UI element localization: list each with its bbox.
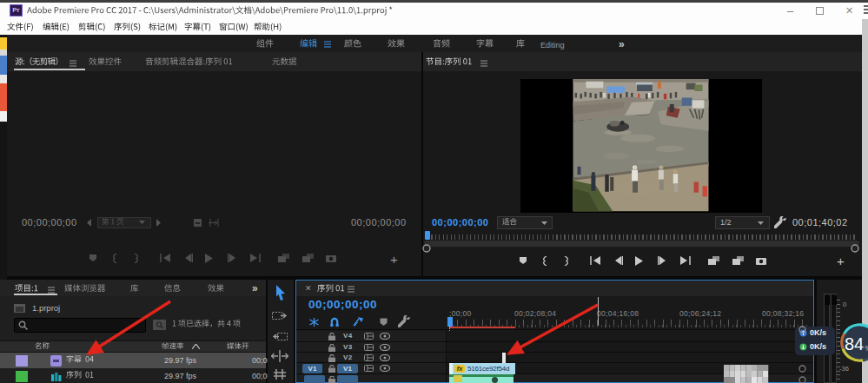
svg-text:84: 84 — [845, 334, 864, 353]
svg-text:%: % — [865, 344, 868, 353]
